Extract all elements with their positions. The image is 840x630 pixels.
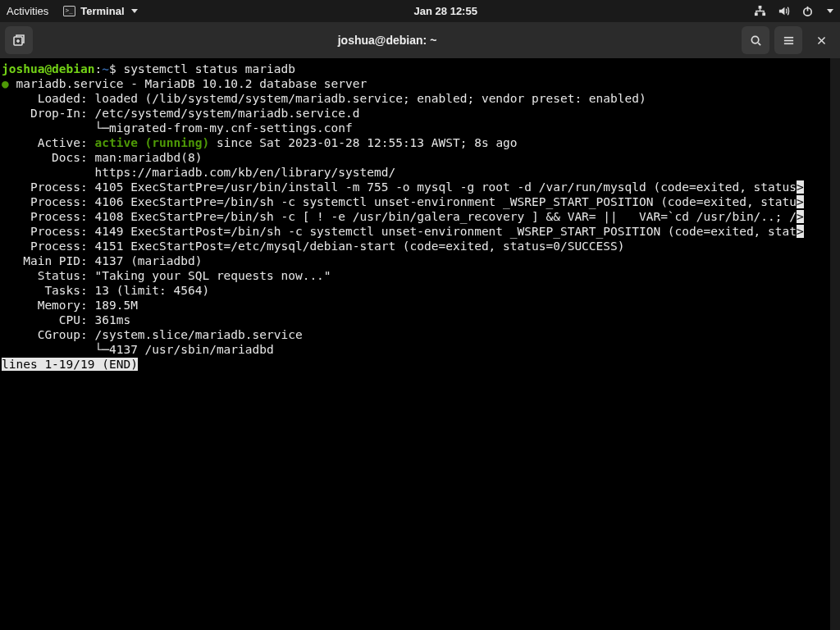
overflow-marker-icon: >	[797, 195, 804, 208]
prompt-path: ~	[102, 62, 109, 75]
dropin-label: Drop-In:	[2, 107, 95, 120]
active-since: since Sat 2023-01-28 12:55:13 AWST; 8s a…	[209, 136, 517, 149]
clock-label[interactable]: Jan 28 12:55	[138, 5, 754, 17]
docs-label: Docs:	[2, 151, 95, 164]
cpu-line: CPU: 361ms	[2, 313, 130, 326]
pager-status: lines 1-19/19 (END)	[2, 358, 138, 371]
dropin-cont: └─migrated-from-my.cnf-settings.conf	[2, 121, 353, 135]
hamburger-menu-button[interactable]	[774, 26, 802, 54]
dropin-value: /etc/systemd/system/mariadb.service.d	[95, 107, 360, 120]
svg-line-10	[758, 43, 760, 45]
loaded-value: loaded (/lib/systemd/system/mariadb.serv…	[95, 92, 646, 105]
process-line-5: Process: 4151 ExecStartPost=/etc/mysql/d…	[2, 240, 625, 253]
process-line-3: Process: 4108 ExecStartPre=/bin/sh -c [ …	[2, 210, 797, 223]
status-dot-icon: ●	[2, 77, 9, 90]
search-button[interactable]	[742, 26, 769, 54]
status-line: Status: "Taking your SQL requests now...…	[2, 269, 331, 282]
cgroup-line: CGroup: /system.slice/mariadb.service	[2, 328, 303, 341]
chevron-down-icon	[131, 9, 138, 13]
svg-rect-4	[755, 12, 758, 16]
gnome-topbar: Activities >_ Terminal Jan 28 12:55	[0, 0, 840, 22]
svg-text:>_: >_	[66, 7, 73, 14]
close-button[interactable]	[807, 26, 835, 54]
svg-rect-5	[762, 12, 765, 16]
svg-point-9	[751, 36, 758, 43]
terminal-icon: >_	[63, 6, 75, 16]
network-icon[interactable]	[754, 5, 766, 17]
activities-button[interactable]: Activities	[7, 5, 48, 17]
window-title: joshua@debian: ~	[38, 34, 737, 47]
docs-cont: https://mariadb.com/kb/en/library/system…	[2, 166, 395, 179]
svg-rect-3	[759, 6, 762, 9]
current-app-menu[interactable]: >_ Terminal	[63, 5, 137, 17]
terminal-viewport[interactable]: joshua@debian:~$ systemctl status mariad…	[0, 58, 840, 630]
active-label: Active:	[2, 136, 95, 149]
process-line-1: Process: 4105 ExecStartPre=/usr/bin/inst…	[2, 180, 797, 194]
active-value: active (running)	[95, 136, 210, 149]
chevron-down-icon[interactable]	[827, 9, 833, 13]
volume-icon[interactable]	[778, 5, 790, 17]
overflow-marker-icon: >	[797, 180, 804, 194]
main-pid-line: Main PID: 4137 (mariadbd)	[2, 254, 202, 267]
tasks-line: Tasks: 13 (limit: 4564)	[2, 284, 209, 297]
overflow-marker-icon: >	[797, 225, 804, 238]
terminal-output: joshua@debian:~$ systemctl status mariad…	[0, 58, 840, 372]
overflow-marker-icon: >	[797, 210, 804, 223]
prompt-colon: :	[95, 62, 103, 75]
command-text: systemctl status mariadb	[123, 62, 295, 75]
scrollbar[interactable]	[830, 58, 840, 630]
terminal-titlebar: joshua@debian: ~	[0, 22, 840, 58]
process-line-2: Process: 4106 ExecStartPre=/bin/sh -c sy…	[2, 195, 797, 208]
loaded-label: Loaded:	[2, 92, 95, 105]
cgroup-cont: └─4137 /usr/sbin/mariadbd	[2, 343, 274, 356]
app-name-label: Terminal	[80, 5, 124, 17]
prompt-dollar: $	[109, 62, 116, 75]
process-line-4: Process: 4149 ExecStartPost=/bin/sh -c s…	[2, 225, 797, 238]
docs-value: man:mariadbd(8)	[95, 151, 203, 164]
new-tab-button[interactable]	[5, 26, 33, 54]
memory-line: Memory: 189.5M	[2, 299, 138, 312]
service-header: mariadb.service - MariaDB 10.10.2 databa…	[16, 77, 367, 90]
prompt-user-host: joshua@debian	[2, 62, 95, 75]
power-icon[interactable]	[801, 5, 814, 17]
